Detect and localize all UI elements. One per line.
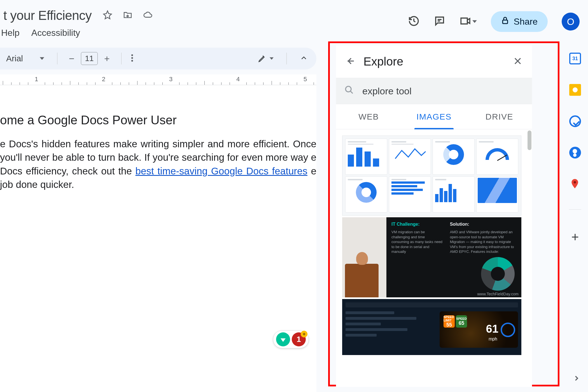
contacts-icon[interactable] xyxy=(569,147,581,158)
slide-solution-text: AMD and VMware jointly developed an open… xyxy=(450,230,516,254)
ruler-number: 5 xyxy=(304,76,307,83)
maps-icon[interactable] xyxy=(569,178,581,190)
svg-point-2 xyxy=(131,57,133,59)
chevron-down-icon xyxy=(270,57,274,60)
limit-b-val: 65 xyxy=(459,320,464,326)
svg-rect-0 xyxy=(503,20,508,24)
history-icon[interactable] xyxy=(408,15,420,28)
document-title[interactable]: t your Efficiency xyxy=(0,8,92,23)
image-result-3[interactable]: SPEED LIMIT55 SPEED65 61 mph xyxy=(342,299,521,355)
pencil-icon xyxy=(258,54,266,63)
meet-dropdown[interactable] xyxy=(459,15,477,28)
suggestion-badges[interactable]: 1 xyxy=(273,330,309,348)
separator xyxy=(569,209,581,210)
ruler-number: 4 xyxy=(236,76,240,83)
slide-credit: www.TechFieldDay.com xyxy=(477,292,519,296)
svg-point-5 xyxy=(574,181,576,184)
svg-point-1 xyxy=(131,54,133,56)
limit-a-label: SPEED LIMIT xyxy=(444,315,455,322)
suggestion-badge-green[interactable] xyxy=(276,332,290,346)
slide-wheel-graphic xyxy=(481,257,515,291)
presenter-thumbnail xyxy=(345,264,379,297)
image-result-2[interactable]: IT Challenge: VM migration can be challe… xyxy=(342,217,521,297)
explore-panel: Explore explore tool WEB IMAGES DRIVE xyxy=(336,45,532,387)
collapse-toolbar-icon[interactable] xyxy=(300,54,308,63)
steering-icon xyxy=(501,323,515,337)
add-addon-icon[interactable]: + xyxy=(571,229,579,244)
ruler-number: 2 xyxy=(102,76,105,83)
explore-search-value: explore tool xyxy=(362,86,412,97)
menu-accessibility[interactable]: Accessibility xyxy=(31,28,80,38)
explore-tabs: WEB IMAGES DRIVE xyxy=(336,104,532,129)
suggestion-badge-red[interactable]: 1 xyxy=(292,332,306,346)
scrollbar[interactable] xyxy=(528,130,531,150)
doc-link[interactable]: best time-saving Google Docs features xyxy=(136,165,307,176)
ruler-number: 3 xyxy=(169,76,172,83)
speed-value: 61 xyxy=(486,323,499,335)
separator xyxy=(57,53,57,64)
font-family-value: Arial xyxy=(6,54,23,63)
explore-panel-highlight: Explore explore tool WEB IMAGES DRIVE xyxy=(328,41,559,386)
svg-point-4 xyxy=(346,86,351,92)
close-icon[interactable] xyxy=(513,56,522,67)
tab-drive[interactable]: DRIVE xyxy=(467,104,532,129)
document-canvas[interactable]: ome a Google Docs Power User e Docs's hi… xyxy=(0,85,316,392)
font-size-decrease[interactable]: − xyxy=(67,53,76,64)
doc-heading[interactable]: ome a Google Docs Power User xyxy=(0,113,316,127)
side-panel: + xyxy=(562,45,588,392)
keep-icon[interactable] xyxy=(569,84,581,96)
tab-web[interactable]: WEB xyxy=(336,104,401,129)
calendar-icon[interactable] xyxy=(569,53,581,64)
tab-images[interactable]: IMAGES xyxy=(401,104,466,129)
separator xyxy=(121,53,122,64)
limit-a-val: 55 xyxy=(446,322,452,328)
slide-challenge-text: VM migration can be challenging and time… xyxy=(391,230,443,254)
ruler-number: 1 xyxy=(35,76,38,83)
collapse-sidepanel-icon[interactable] xyxy=(572,374,581,384)
explore-title: Explore xyxy=(363,55,505,68)
slide-challenge-label: IT Challenge: xyxy=(391,222,443,227)
more-tools-icon[interactable] xyxy=(131,54,133,63)
ruler[interactable]: 12345 xyxy=(0,74,316,85)
comments-icon[interactable] xyxy=(434,15,445,28)
menu-help[interactable]: Help xyxy=(1,28,20,38)
separator xyxy=(286,53,287,64)
avatar[interactable]: O xyxy=(562,13,580,31)
share-label: Share xyxy=(514,17,538,27)
video-icon xyxy=(459,15,471,28)
cloud-status-icon[interactable] xyxy=(143,10,153,21)
limit-b-label: SPEED xyxy=(456,317,466,320)
explore-results[interactable]: IT Challenge: VM migration can be challe… xyxy=(336,129,532,387)
back-icon[interactable] xyxy=(346,56,355,67)
doc-paragraph[interactable]: e Docs's hidden features make writing si… xyxy=(0,137,316,191)
explore-search-input[interactable]: explore tool xyxy=(336,78,532,104)
toolbar: Arial − 11 + xyxy=(0,48,316,69)
lock-icon xyxy=(501,16,509,27)
font-family-select[interactable]: Arial xyxy=(3,54,48,63)
move-folder-icon[interactable] xyxy=(123,10,132,21)
menu-bar: Help Accessibility xyxy=(0,26,80,40)
slide-solution-label: Solution: xyxy=(450,222,516,227)
speed-unit: mph xyxy=(489,337,497,342)
font-size-increase[interactable]: + xyxy=(102,53,112,64)
font-size-value[interactable]: 11 xyxy=(81,52,98,65)
svg-point-3 xyxy=(131,60,133,62)
search-icon xyxy=(344,85,354,97)
star-icon[interactable] xyxy=(103,10,112,21)
editing-mode-button[interactable] xyxy=(258,54,274,63)
image-result-1[interactable] xyxy=(342,136,521,216)
tasks-icon[interactable] xyxy=(569,115,581,127)
share-button[interactable]: Share xyxy=(491,11,548,32)
